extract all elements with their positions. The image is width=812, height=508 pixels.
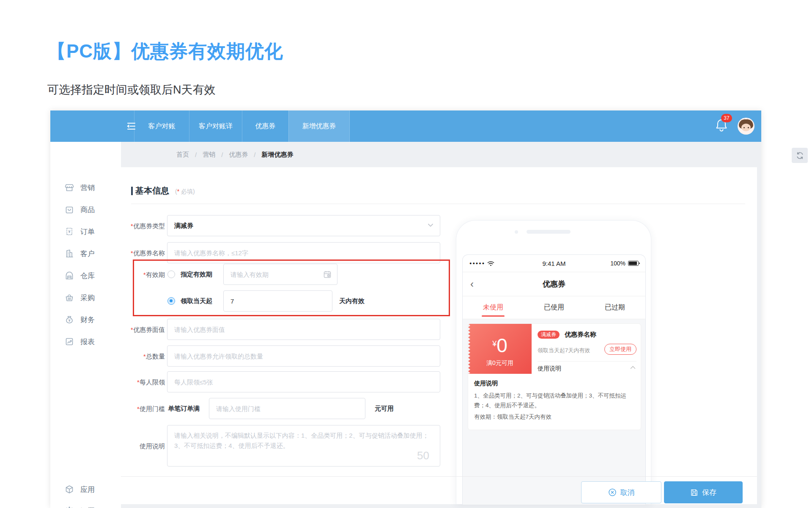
sidebar: 营销 商品 ¥ 订单 客户	[50, 142, 121, 508]
coupon-divider	[538, 361, 636, 362]
phone-status-bar: ●●●●● 9:41 AM 100%	[463, 255, 645, 272]
validity-fixed-radio[interactable]	[167, 271, 175, 278]
page: 【PC版】优惠券有效期优化 可选择指定时间或领取后N天有效 客户对账 客户对账详…	[0, 0, 812, 508]
face-value-label: *优惠券面值	[130, 319, 165, 340]
coupon-validity: 领取当天起7天内有效	[538, 347, 590, 354]
topbar: 客户对账 客户对账详 优惠券 新增优惠券 37	[50, 110, 761, 142]
page-subtitle: 可选择指定时间或领取后N天有效	[47, 82, 216, 97]
coupon-name-input[interactable]	[167, 242, 440, 263]
coupon-detail-block: 满减券 优惠券名称 领取当天起7天内有效 立即使用 使用说明	[532, 324, 641, 374]
validity-days-suffix: 天内有效	[339, 290, 365, 312]
report-chart-icon	[64, 337, 74, 347]
breadcrumb-marketing[interactable]: 营销	[203, 151, 215, 159]
instructions-title: 使用说明	[474, 380, 636, 387]
coupon-name-label: *优惠券名称	[130, 242, 165, 263]
avatar[interactable]	[738, 118, 754, 135]
refresh-button[interactable]	[792, 148, 808, 163]
sidebar-item-goods[interactable]: 商品	[50, 201, 121, 218]
validity-label: *有效期	[130, 264, 165, 285]
svg-text:¥: ¥	[69, 318, 71, 323]
instructions-textarea[interactable]	[167, 425, 440, 467]
phone-screen: ●●●●● 9:41 AM 100% ‹ 优惠券	[462, 254, 646, 505]
validity-days-radio-label[interactable]: 领取当天起	[181, 290, 212, 312]
total-qty-input[interactable]	[167, 345, 440, 367]
chevron-up-icon	[630, 366, 636, 369]
form-panel: 基本信息 (* 必填) *优惠券类型 *优惠券名称 *有效期 指定有效期	[121, 167, 757, 504]
tab-coupons[interactable]: 优惠券	[242, 110, 288, 142]
save-button[interactable]: 保存	[664, 481, 743, 503]
threshold-prefix: 单笔订单满	[168, 398, 200, 419]
sidebar-item-warehouse[interactable]: 仓库	[50, 267, 121, 284]
validity-days-radio[interactable]	[167, 297, 175, 305]
breadcrumb-home[interactable]: 首页	[176, 151, 189, 159]
finance-moneybag-icon: ¥	[64, 315, 74, 325]
svg-text:¥: ¥	[68, 229, 70, 234]
phone-nav-bar: ‹ 优惠券	[463, 272, 645, 296]
cancel-button[interactable]: 取消	[581, 481, 661, 503]
section-title: 基本信息	[135, 185, 169, 196]
cancel-circle-x-icon	[608, 488, 617, 497]
instructions-toggle: 使用说明	[538, 365, 561, 373]
coupon-card: ¥0 满0元可用 满减券 优惠券名称 领取当天起7天内有效 立即使用	[468, 323, 641, 430]
page-title: 【PC版】优惠券有效期优化	[47, 39, 283, 64]
coupon-instructions-section: 使用说明 1、全品类可用；2、可与促销活动叠加使用；3、不可抵扣运费；4、使用后…	[474, 380, 636, 421]
sidebar-item-reports[interactable]: 报表	[50, 333, 121, 350]
required-note: (* 必填)	[175, 188, 195, 196]
breadcrumb: 首页 / 营销 / 优惠券 / 新增优惠券	[176, 142, 294, 167]
breadcrumb-coupons[interactable]: 优惠券	[229, 151, 248, 159]
tab-new-coupon[interactable]: 新增优惠券	[288, 110, 350, 142]
sidebar-item-marketing[interactable]: 营销	[50, 179, 121, 196]
breadcrumb-bar: 首页 / 营销 / 优惠券 / 新增优惠券	[121, 142, 761, 167]
sidebar-item-apps[interactable]: 应用	[50, 481, 121, 498]
sidebar-item-customers[interactable]: 客户	[50, 245, 121, 262]
phone-tab-used: 已使用	[524, 296, 584, 319]
threshold-suffix: 元可用	[375, 398, 394, 419]
coupon-type-badge: 满减券	[538, 331, 560, 339]
apps-cube-icon	[64, 484, 74, 494]
sidebar-item-settings[interactable]: 设置	[50, 502, 121, 508]
sidebar-item-orders[interactable]: ¥ 订单	[50, 223, 121, 240]
validity-days-input[interactable]	[223, 290, 332, 312]
app-window: 客户对账 客户对账详 优惠券 新增优惠券 37	[50, 110, 761, 508]
threshold-input[interactable]	[209, 398, 365, 419]
section-accent-bar	[131, 187, 133, 195]
phone-camera-dot	[515, 230, 518, 234]
phone-page-title: 优惠券	[463, 279, 645, 289]
phone-coupon-list: ¥0 满0元可用 满减券 优惠券名称 领取当天起7天内有效 立即使用	[463, 319, 645, 505]
sidebar-item-purchasing[interactable]: 采购	[50, 289, 121, 306]
notification-badge: 37	[721, 114, 732, 122]
sidebar-item-finance[interactable]: ¥ 财务	[50, 311, 121, 328]
face-value-input[interactable]	[167, 319, 440, 340]
tab-customer-reconciliation[interactable]: 客户对账	[134, 110, 189, 142]
save-floppy-icon	[690, 489, 698, 497]
coupon-type-select[interactable]	[167, 215, 440, 236]
threshold-label: *使用门槛	[130, 398, 165, 419]
validity-fixed-radio-label[interactable]: 指定有效期	[181, 264, 212, 285]
coupon-amount-block: ¥0 满0元可用	[468, 324, 532, 374]
coupon-amount: 0	[497, 334, 508, 356]
coupon-currency: ¥	[492, 340, 497, 348]
coupon-teeth-edge	[468, 324, 471, 374]
use-now-button: 立即使用	[604, 344, 636, 355]
phone-tab-expired: 已过期	[584, 296, 645, 319]
instructions-label: 使用说明	[130, 425, 165, 467]
battery-icon	[628, 261, 639, 266]
breadcrumb-current: 新增优惠券	[262, 151, 294, 159]
notification-bell[interactable]: 37	[715, 118, 730, 135]
avatar-face	[741, 124, 751, 131]
tab-customer-reconciliation-detail[interactable]: 客户对账详	[189, 110, 242, 142]
instructions-validity: 有效期：领取当天起7天内有效	[474, 413, 636, 421]
purchase-basket-icon	[64, 293, 74, 303]
per-person-limit-input[interactable]	[167, 371, 440, 392]
instructions-char-counter: 50	[417, 449, 429, 462]
validity-date-input[interactable]	[223, 264, 337, 285]
footer-divider	[121, 476, 757, 477]
warehouse-icon	[64, 271, 74, 281]
topbar-tabs: 客户对账 客户对账详 优惠券 新增优惠券	[134, 110, 350, 142]
storefront-icon	[64, 182, 74, 193]
coupon-name: 优惠券名称	[565, 331, 596, 339]
coupon-type-value[interactable]	[167, 215, 440, 236]
phone-preview: ●●●●● 9:41 AM 100% ‹ 优惠券	[456, 220, 651, 504]
per-person-limit-label: *每人限领	[130, 371, 165, 392]
section-divider	[131, 204, 745, 204]
